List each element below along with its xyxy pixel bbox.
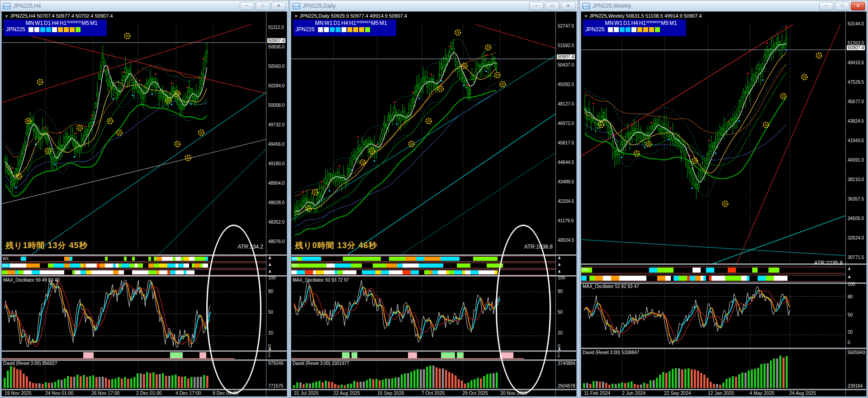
strip-cell	[693, 268, 701, 273]
timeframe-button-h4[interactable]: H4	[341, 20, 348, 26]
sun-marker	[426, 118, 432, 124]
timeframe-button-mn[interactable]: MN	[315, 20, 323, 26]
strip-cell	[589, 276, 595, 281]
timeframe-button-w1[interactable]: W1	[324, 20, 332, 26]
strip-cell	[170, 270, 175, 274]
timeframe-button-m1[interactable]: M1	[379, 20, 387, 26]
time-axis-label[interactable]: 24 Nov 01:00	[45, 390, 73, 396]
strip-cell	[375, 270, 381, 274]
timeframe-button-m15[interactable]: M15	[74, 20, 81, 24]
strip-cell	[416, 257, 424, 261]
timeframe-button-m1[interactable]: M1	[90, 20, 98, 26]
timeframe-button-m1[interactable]: M1	[669, 20, 677, 26]
chart-client-area[interactable]: ▼JPN225,H4 50707.4 50977.4 50702.4 50907…	[1, 11, 287, 397]
strip-cell	[148, 257, 151, 261]
time-axis-label[interactable]: 31 Jul 2025	[294, 390, 318, 396]
strip-cell	[432, 270, 438, 274]
timeframe-button-mn[interactable]: MN	[605, 20, 613, 26]
time-axis-label[interactable]: 29 Oct 2025	[462, 390, 488, 396]
timeframe-button-h1[interactable]: H1	[349, 20, 356, 26]
strip-cell	[105, 257, 108, 261]
time-axis-label[interactable]: 2 Jun 2024	[622, 390, 645, 396]
strip-cell	[381, 270, 389, 274]
symbol-dropdown-caret[interactable]: ▼	[294, 14, 298, 19]
time-axis-label[interactable]: 4 May 2025	[749, 390, 774, 396]
indicator-square-4	[342, 27, 346, 32]
time-axis-label[interactable]: 19 Nov 2025	[5, 390, 32, 396]
strip-cell	[53, 264, 62, 268]
minimize-button[interactable]: −	[529, 2, 544, 10]
chart-window-weekly: JPN225,Weekly − □ ✕ ▼JPN225,Weekly 50631…	[579, 0, 868, 398]
timeframe-button-d1[interactable]: D1	[333, 20, 340, 26]
symbol-dropdown-caret[interactable]: ▼	[584, 14, 588, 19]
price-axis-label: 48127.0	[558, 101, 574, 106]
close-button[interactable]: ✕	[271, 2, 286, 10]
price-chart[interactable]	[291, 24, 555, 254]
timeframe-button-m30[interactable]: M30	[356, 20, 364, 24]
time-axis-label[interactable]: 12 Jan 2025	[708, 390, 734, 396]
oscillator-scale-label: 100	[558, 275, 565, 280]
titlebar[interactable]: JPN225,Daily − □ ✕	[290, 0, 578, 11]
timeframe-button-m15[interactable]: M15	[364, 20, 371, 24]
price-axis-label: 48628.0	[268, 200, 285, 205]
david-histogram-panel[interactable]	[581, 350, 845, 388]
maximize-button[interactable]: □	[256, 2, 270, 10]
time-axis-label[interactable]: 22 Sep 2024	[664, 390, 691, 396]
timeframe-button-mn[interactable]: MN	[25, 20, 34, 26]
minimize-button[interactable]: −	[819, 2, 834, 10]
price-axis[interactable]: 53144.051263.049410.547529.545677.043824…	[846, 12, 867, 396]
time-axis-label[interactable]: 24 Aug 2025	[789, 390, 816, 396]
strip-cell	[194, 257, 203, 261]
price-axis-label: 49180.0	[268, 161, 285, 166]
ohlc-line: ▼JPN225,Weekly 50631.5 51108.5 49914.9 5…	[584, 13, 702, 19]
close-button[interactable]: ✕	[561, 2, 575, 10]
strip-cell	[449, 270, 454, 274]
price-axis[interactable]: 52747.051592.050437.049282.048127.046972…	[556, 12, 577, 396]
chart-client-area[interactable]: ▼JPN225,Daily 50929.9 50977.4 49914.9 50…	[291, 11, 577, 397]
time-axis-label[interactable]: 22 Aug 2025	[333, 390, 360, 396]
strip-scale-anchor-icon: ♟	[558, 256, 561, 260]
price-chart[interactable]	[581, 24, 845, 264]
timeframe-button-m30[interactable]: M30	[646, 20, 654, 24]
maximize-button[interactable]: □	[835, 2, 849, 10]
titlebar[interactable]: JPN225,H4 − □ ✕	[0, 0, 288, 11]
time-axis-label[interactable]: 7 Oct 2025	[422, 390, 445, 396]
time-axis-label[interactable]: 2 Dec 01:00	[136, 390, 162, 396]
strip-cell	[113, 270, 119, 274]
close-button[interactable]: ✕	[851, 2, 865, 10]
strip-cell	[679, 276, 687, 281]
timeframe-button-h1[interactable]: H1	[60, 20, 66, 26]
oscillator-scale-label: 80	[268, 289, 273, 294]
timeframe-button-m5[interactable]: M5	[81, 20, 89, 26]
titlebar[interactable]: JPN225,Weekly − □ ✕	[580, 0, 868, 11]
indicator-square-1	[324, 27, 329, 32]
price-axis[interactable]: 51112.050836.050560.050284.050008.049732…	[267, 12, 287, 396]
strip-cell	[205, 257, 208, 261]
timeframe-button-d1[interactable]: D1	[623, 20, 630, 26]
minimize-button[interactable]: −	[240, 2, 254, 10]
timeframe-button-m5[interactable]: M5	[661, 20, 669, 26]
strip-cell	[159, 270, 167, 274]
time-axis-label[interactable]: 26 Nov 17:00	[91, 390, 119, 396]
timeframe-button-m15[interactable]: M15	[654, 20, 661, 24]
time-axis-label[interactable]: 11 Feb 2024	[584, 390, 610, 396]
strip-cell	[70, 257, 72, 261]
timeframe-button-d1[interactable]: D1	[44, 20, 51, 26]
timeframe-button-m30[interactable]: M30	[67, 20, 74, 24]
timeframe-button-w1[interactable]: W1	[35, 20, 43, 26]
timeframe-button-m5[interactable]: M5	[371, 20, 379, 26]
multi-signal-block	[441, 352, 455, 359]
time-axis-label[interactable]: 4 Dec 17:00	[175, 390, 201, 396]
max-oscillator-panel[interactable]	[581, 283, 845, 348]
maximize-button[interactable]: □	[545, 2, 560, 10]
price-chart[interactable]	[2, 24, 266, 254]
sun-marker	[438, 86, 443, 91]
price-axis-label: 49410.5	[848, 60, 864, 65]
symbol-dropdown-caret[interactable]: ▼	[5, 14, 9, 19]
timeframe-button-h4[interactable]: H4	[631, 20, 638, 26]
timeframe-button-h4[interactable]: H4	[52, 20, 58, 26]
timeframe-button-h1[interactable]: H1	[639, 20, 646, 26]
timeframe-button-w1[interactable]: W1	[614, 20, 622, 26]
time-axis-label[interactable]: 15 Sep 2025	[377, 390, 404, 396]
chart-client-area[interactable]: ▼JPN225,Weekly 50631.5 51108.5 49914.9 5…	[581, 11, 867, 397]
